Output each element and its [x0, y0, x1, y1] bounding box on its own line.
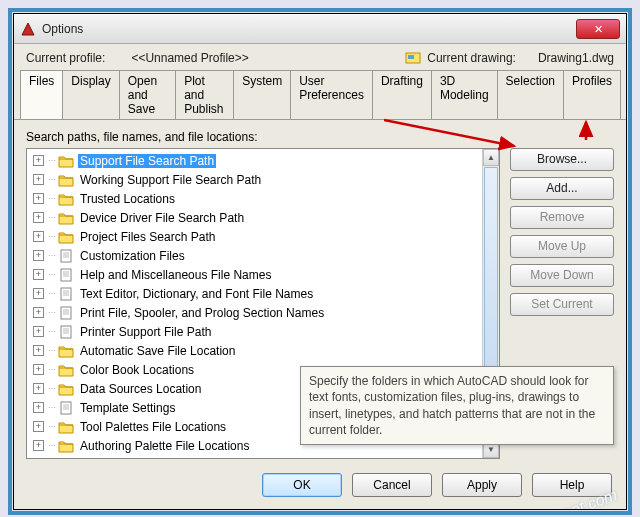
tree-item-label[interactable]: Color Book Locations [78, 363, 196, 377]
expand-icon[interactable]: + [33, 402, 44, 413]
svg-rect-10 [61, 288, 71, 300]
tree-item[interactable]: +⋯Help and Miscellaneous File Names [27, 265, 482, 284]
tab-selection[interactable]: Selection [497, 70, 564, 119]
close-button[interactable]: ✕ [576, 19, 620, 39]
add-button[interactable]: Add... [510, 177, 614, 200]
expand-icon[interactable]: + [33, 345, 44, 356]
cancel-button[interactable]: Cancel [352, 473, 432, 497]
apply-button[interactable]: Apply [442, 473, 522, 497]
help-button[interactable]: Help [532, 473, 612, 497]
ok-button[interactable]: OK [262, 473, 342, 497]
folder-icon [58, 230, 74, 244]
tree-item-label[interactable]: Project Files Search Path [78, 230, 217, 244]
set-current-button[interactable]: Set Current [510, 293, 614, 316]
tree-item[interactable]: +⋯Project Files Search Path [27, 227, 482, 246]
drawing-value: Drawing1.dwg [538, 51, 614, 65]
expand-icon[interactable]: + [33, 212, 44, 223]
app-icon [20, 21, 36, 37]
document-icon [58, 306, 74, 320]
svg-rect-14 [61, 307, 71, 319]
tab-files[interactable]: Files [20, 70, 63, 119]
expand-icon[interactable]: + [33, 250, 44, 261]
tree-item[interactable]: +⋯Support File Search Path [27, 151, 482, 170]
expand-icon[interactable]: + [33, 364, 44, 375]
svg-rect-6 [61, 269, 71, 281]
tree-item-label[interactable]: Authoring Palette File Locations [78, 439, 251, 453]
tree-item[interactable]: +⋯Print File, Spooler, and Prolog Sectio… [27, 303, 482, 322]
document-icon [58, 287, 74, 301]
folder-icon [58, 382, 74, 396]
document-icon [58, 249, 74, 263]
expand-icon[interactable]: + [33, 155, 44, 166]
folder-icon [58, 211, 74, 225]
tree-item-label[interactable]: Printer Support File Path [78, 325, 213, 339]
tree-connector: ⋯ [48, 346, 58, 355]
folder-icon [58, 173, 74, 187]
tab-user-preferences[interactable]: User Preferences [290, 70, 373, 119]
profile-value: <<Unnamed Profile>> [131, 51, 248, 65]
tab-display[interactable]: Display [62, 70, 119, 119]
tree-connector: ⋯ [48, 403, 58, 412]
move-down-button[interactable]: Move Down [510, 264, 614, 287]
tree-item-label[interactable]: Support File Search Path [78, 154, 216, 168]
folder-icon [58, 154, 74, 168]
tree-connector: ⋯ [48, 327, 58, 336]
tree-item-label[interactable]: Text Editor, Dictionary, and Font File N… [78, 287, 315, 301]
tree-item[interactable]: +⋯Text Editor, Dictionary, and Font File… [27, 284, 482, 303]
svg-rect-1 [408, 55, 414, 59]
expand-icon[interactable]: + [33, 383, 44, 394]
tree-item-label[interactable]: Device Driver File Search Path [78, 211, 246, 225]
tab-open-and-save[interactable]: Open and Save [119, 70, 176, 119]
scroll-up-arrow[interactable]: ▲ [483, 149, 499, 166]
expand-icon[interactable]: + [33, 193, 44, 204]
tree-item[interactable]: +⋯Log File Location [27, 455, 482, 458]
profile-label: Current profile: [26, 51, 105, 65]
expand-icon[interactable]: + [33, 326, 44, 337]
tree-item-label[interactable]: Template Settings [78, 401, 177, 415]
tree-item-label[interactable]: Log File Location [78, 458, 173, 459]
tree-item-label[interactable]: Customization Files [78, 249, 187, 263]
expand-icon[interactable]: + [33, 269, 44, 280]
tab-profiles[interactable]: Profiles [563, 70, 621, 119]
profile-row: Current profile: <<Unnamed Profile>> Cur… [14, 44, 626, 70]
folder-icon [58, 439, 74, 453]
tab-plot-and-publish[interactable]: Plot and Publish [175, 70, 234, 119]
tree-item[interactable]: +⋯Working Support File Search Path [27, 170, 482, 189]
tree-item-label[interactable]: Help and Miscellaneous File Names [78, 268, 273, 282]
tree-item-label[interactable]: Tool Palettes File Locations [78, 420, 228, 434]
browse-button[interactable]: Browse... [510, 148, 614, 171]
tree-item[interactable]: +⋯Automatic Save File Location [27, 341, 482, 360]
expand-icon[interactable]: + [33, 440, 44, 451]
folder-icon [58, 363, 74, 377]
move-up-button[interactable]: Move Up [510, 235, 614, 258]
folder-icon [58, 420, 74, 434]
tab-drafting[interactable]: Drafting [372, 70, 432, 119]
svg-rect-2 [61, 250, 71, 262]
tree-item-label[interactable]: Print File, Spooler, and Prolog Section … [78, 306, 326, 320]
drawing-icon [405, 50, 421, 66]
remove-button[interactable]: Remove [510, 206, 614, 229]
expand-icon[interactable]: + [33, 288, 44, 299]
tab-3d-modeling[interactable]: 3D Modeling [431, 70, 498, 119]
tree-item-label[interactable]: Data Sources Location [78, 382, 203, 396]
options-dialog: Options ✕ Current profile: <<Unnamed Pro… [13, 13, 627, 510]
tree-item[interactable]: +⋯Customization Files [27, 246, 482, 265]
expand-icon[interactable]: + [33, 174, 44, 185]
tree-connector: ⋯ [48, 194, 58, 203]
titlebar[interactable]: Options ✕ [14, 14, 626, 44]
help-tooltip: Specify the folders in which AutoCAD sho… [300, 366, 614, 445]
tree-item-label[interactable]: Trusted Locations [78, 192, 177, 206]
document-icon [58, 268, 74, 282]
tree-item[interactable]: +⋯Trusted Locations [27, 189, 482, 208]
expand-icon[interactable]: + [33, 231, 44, 242]
tree-connector: ⋯ [48, 175, 58, 184]
tree-item[interactable]: +⋯Printer Support File Path [27, 322, 482, 341]
tree-item-label[interactable]: Working Support File Search Path [78, 173, 263, 187]
tab-system[interactable]: System [233, 70, 291, 119]
tree-item-label[interactable]: Automatic Save File Location [78, 344, 237, 358]
expand-icon[interactable]: + [33, 421, 44, 432]
svg-rect-22 [61, 402, 71, 414]
tree-item[interactable]: +⋯Device Driver File Search Path [27, 208, 482, 227]
tree-connector: ⋯ [48, 232, 58, 241]
expand-icon[interactable]: + [33, 307, 44, 318]
